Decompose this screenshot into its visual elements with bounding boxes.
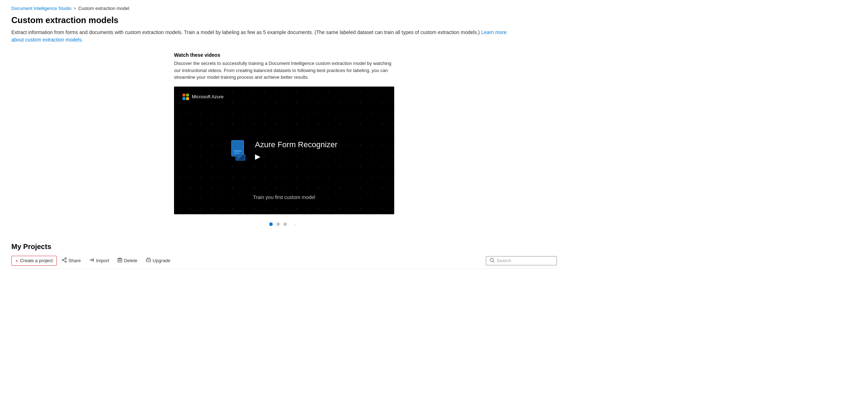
import-label: Import [96,258,109,263]
svg-rect-2 [234,153,239,154]
document-icon [231,140,248,161]
page-title: Custom extraction models [11,15,557,25]
carousel-dot-2[interactable] [276,222,280,226]
create-label: Create a project [20,258,53,263]
video-center: Azure Form Recognizer ▶ [231,140,337,161]
svg-line-10 [63,259,65,260]
video-icon-area: Azure Form Recognizer ▶ [231,140,337,161]
svg-point-8 [65,261,66,263]
section-title-projects: My Projects [11,243,557,251]
delete-button[interactable]: Delete [114,256,141,265]
my-projects-section: My Projects + Create a project [11,243,557,269]
breadcrumb: Document Intelligence Studio > Custom ex… [11,6,557,11]
microsoft-logo-icon [183,94,189,100]
search-icon [490,258,494,264]
video-section: Watch these videos Discover the secrets … [11,52,557,228]
carousel-dot-1[interactable] [269,222,273,226]
search-input[interactable] [497,258,556,263]
breadcrumb-current: Custom extraction model [78,6,129,11]
video-title: Azure Form Recognizer [255,140,337,149]
carousel-next-button[interactable]: › [291,220,299,228]
create-project-button[interactable]: + Create a project [11,256,57,266]
azure-logo: Microsoft Azure [183,94,224,100]
video-header: Watch these videos Discover the secrets … [174,52,394,81]
breadcrumb-home[interactable]: Document Intelligence Studio [11,6,71,11]
video-header-desc: Discover the secrets to successfully tra… [174,60,394,81]
search-box[interactable] [486,256,557,265]
video-header-title: Watch these videos [174,52,394,58]
create-icon: + [15,258,18,264]
svg-line-11 [63,260,65,261]
svg-point-7 [65,258,66,259]
toolbar-left: + Create a project Share [11,256,486,266]
delete-icon [118,258,122,264]
svg-point-21 [490,258,493,261]
ms-sq-green [186,94,189,96]
import-button[interactable]: Import [86,256,113,265]
carousel-dot-3[interactable] [283,222,287,226]
page-container: Document Intelligence Studio > Custom ex… [0,0,568,280]
video-thumbnail[interactable]: Microsoft Azure [174,87,394,214]
projects-toolbar: + Create a project Share [11,256,557,269]
svg-rect-1 [234,150,242,151]
upgrade-button[interactable]: Upgrade [142,256,174,265]
ms-sq-yellow [186,97,189,100]
upgrade-icon [146,258,151,264]
delete-label: Delete [124,258,137,263]
toolbar-right [486,256,557,265]
ms-sq-red [183,94,185,96]
svg-rect-6 [237,159,240,159]
upgrade-label: Upgrade [153,258,170,263]
share-button[interactable]: Share [58,256,85,265]
play-button[interactable]: ▶ [255,152,260,161]
svg-rect-0 [232,140,244,156]
carousel-controls: › [269,220,299,228]
svg-rect-5 [237,157,240,158]
video-subtitle: Train you first custom model [174,194,394,200]
ms-sq-blue [183,97,185,100]
azure-logo-text: Microsoft Azure [192,94,224,99]
breadcrumb-separator: > [74,6,76,11]
svg-point-9 [62,259,64,261]
import-icon [89,258,94,264]
svg-rect-4 [237,156,242,156]
page-description: Extract information from forms and docum… [11,29,509,44]
share-label: Share [69,258,81,263]
share-icon [62,258,67,264]
svg-line-22 [493,261,494,263]
